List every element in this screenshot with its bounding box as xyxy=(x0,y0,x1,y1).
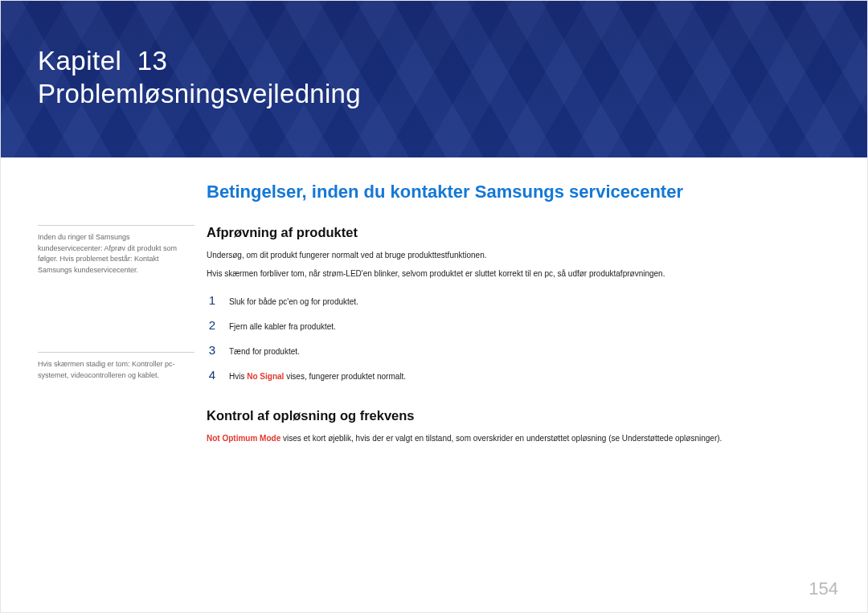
sidebar: Inden du ringer til Samsungs kundeservic… xyxy=(38,225,194,457)
step-number: 4 xyxy=(207,368,218,382)
paragraph: Undersøg, om dit produkt fungerer normal… xyxy=(207,250,830,262)
document-page: Kapitel 13 Problemløsningsvejledning Ind… xyxy=(0,0,868,613)
step-text: Hvis No Signal vises, fungerer produktet… xyxy=(229,372,406,381)
page-number: 154 xyxy=(809,578,838,599)
chapter-number: 13 xyxy=(137,46,168,76)
paragraph-rest: vises et kort øjeblik, hvis der er valgt… xyxy=(280,434,722,443)
subsection-heading-resolution: Kontrol af opløsning og frekvens xyxy=(207,408,830,423)
step4-highlight: No Signal xyxy=(247,372,284,381)
side-note-2: Hvis skærmen stadig er tom: Kontroller p… xyxy=(38,352,194,381)
step-item: 3 Tænd for produktet. xyxy=(207,337,830,362)
step-number: 2 xyxy=(207,318,218,332)
step-number: 3 xyxy=(207,343,218,357)
numbered-steps: 1 Sluk for både pc'en og for produktet. … xyxy=(207,288,830,387)
step-text: Tænd for produktet. xyxy=(229,347,300,356)
step-text: Sluk for både pc'en og for produktet. xyxy=(229,297,358,306)
paragraph: Not Optimum Mode vises et kort øjeblik, … xyxy=(207,433,830,445)
step-text: Fjern alle kabler fra produktet. xyxy=(229,322,336,331)
chapter-label: Kapitel 13 xyxy=(38,44,361,77)
chapter-title: Problemløsningsvejledning xyxy=(38,77,361,110)
highlight-not-optimum: Not Optimum Mode xyxy=(207,434,280,443)
main-column: Betingelser, inden du kontakter Samsungs… xyxy=(207,182,830,452)
banner-text-block: Kapitel 13 Problemløsningsvejledning xyxy=(38,44,361,111)
step-item: 2 Fjern alle kabler fra produktet. xyxy=(207,313,830,337)
content-area: Inden du ringer til Samsungs kundeservic… xyxy=(38,182,830,580)
step-item: 1 Sluk for både pc'en og for produktet. xyxy=(207,288,830,313)
step4-prefix: Hvis xyxy=(229,372,247,381)
subsection-heading-testing: Afprøvning af produktet xyxy=(207,225,830,240)
chapter-label-prefix: Kapitel xyxy=(38,46,121,76)
section-main-heading: Betingelser, inden du kontakter Samsungs… xyxy=(207,182,830,202)
side-note-1: Inden du ringer til Samsungs kundeservic… xyxy=(38,225,194,276)
step-number: 1 xyxy=(207,293,218,307)
chapter-banner: Kapitel 13 Problemløsningsvejledning xyxy=(1,1,867,157)
step4-suffix: vises, fungerer produktet normalt. xyxy=(284,372,406,381)
step-item: 4 Hvis No Signal vises, fungerer produkt… xyxy=(207,362,830,387)
paragraph: Hvis skærmen forbliver tom, når strøm-LE… xyxy=(207,268,830,280)
